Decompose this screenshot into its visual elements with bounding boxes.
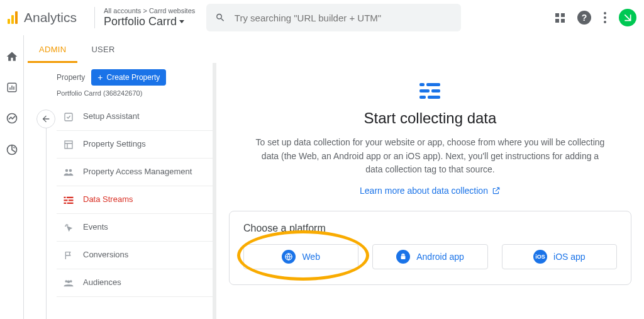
left-rail [0, 35, 24, 319]
svg-rect-14 [64, 202, 67, 203]
globe-icon [282, 250, 296, 264]
analytics-logo[interactable]: Analytics [8, 10, 77, 25]
data-hero-icon [417, 81, 443, 104]
arrow-left-icon [41, 114, 51, 124]
people-icon [63, 168, 74, 177]
external-link-icon [492, 186, 501, 195]
android-icon [396, 250, 410, 264]
check-square-icon [63, 112, 74, 122]
svg-rect-6 [65, 113, 72, 121]
svg-point-18 [67, 280, 70, 283]
property-label: Property [57, 73, 85, 82]
menu-data-streams[interactable]: Data Streams [57, 186, 213, 214]
menu-setup-assistant[interactable]: Setup Assistant [57, 103, 213, 131]
svg-rect-10 [64, 196, 66, 198]
svg-point-16 [65, 280, 67, 283]
plus-icon: + [97, 73, 103, 82]
cursor-click-icon [63, 223, 74, 233]
reports-icon[interactable] [6, 82, 18, 96]
property-name: Portfolio Carrd (368242670) [57, 89, 213, 97]
svg-point-8 [65, 169, 69, 172]
chevron-down-icon [179, 20, 184, 23]
svg-rect-3 [13, 87, 14, 90]
svg-rect-20 [426, 83, 440, 86]
menu-events[interactable]: Events [57, 214, 213, 242]
search-bar[interactable] [206, 4, 461, 31]
more-icon[interactable] [604, 12, 606, 23]
layout-icon [63, 140, 74, 150]
account-title: Portfolio Carrd [104, 15, 177, 29]
learn-more-link[interactable]: Learn more about data collection [360, 186, 501, 196]
svg-rect-15 [67, 202, 74, 203]
platform-ios-button[interactable]: iOS iOS app [502, 244, 617, 269]
svg-rect-1 [9, 87, 11, 90]
menu-property-settings[interactable]: Property Settings [57, 131, 213, 159]
svg-rect-11 [67, 196, 74, 198]
svg-rect-24 [428, 96, 440, 99]
platform-card: Choose a platform Web Android app [229, 211, 631, 285]
svg-point-26 [402, 255, 402, 255]
audiences-icon [63, 279, 74, 288]
divider [94, 7, 95, 28]
svg-point-9 [69, 169, 72, 172]
analytics-logo-icon [8, 11, 18, 24]
svg-point-17 [70, 280, 72, 283]
svg-rect-19 [419, 83, 425, 86]
svg-rect-23 [419, 96, 426, 99]
tab-admin[interactable]: ADMIN [39, 35, 66, 63]
home-icon[interactable] [6, 50, 18, 65]
explore-icon[interactable] [6, 112, 18, 127]
ios-icon: iOS [533, 250, 547, 264]
svg-rect-21 [419, 89, 430, 92]
svg-rect-2 [11, 86, 13, 90]
menu-access-management[interactable]: Property Access Management [57, 159, 213, 186]
advertising-icon[interactable] [6, 143, 18, 159]
menu-audiences[interactable]: Audiences [57, 269, 213, 297]
product-name: Analytics [24, 10, 77, 25]
create-property-button[interactable]: + Create Property [91, 69, 166, 86]
help-icon[interactable]: ? [577, 11, 591, 25]
admin-tabs: ADMIN USER [24, 35, 644, 63]
platform-android-button[interactable]: Android app [372, 244, 487, 269]
page-title: Start collecting data [364, 109, 497, 127]
svg-rect-22 [431, 89, 440, 92]
tab-user[interactable]: USER [91, 35, 114, 63]
svg-rect-13 [69, 199, 74, 201]
breadcrumb: All accounts > Carrd websites [104, 7, 195, 15]
svg-point-27 [404, 255, 404, 255]
svg-rect-12 [64, 199, 68, 201]
card-title: Choose a platform [243, 223, 617, 234]
menu-conversions[interactable]: Conversions [57, 242, 213, 269]
avatar[interactable] [619, 9, 636, 26]
back-button[interactable] [36, 109, 55, 128]
account-picker[interactable]: All accounts > Carrd websites Portfolio … [104, 7, 195, 29]
flag-icon [63, 250, 74, 260]
apps-icon[interactable] [555, 13, 565, 23]
platform-web-button[interactable]: Web [243, 244, 358, 269]
page-description: To set up data collection for your websi… [254, 136, 606, 177]
data-streams-icon [63, 196, 74, 204]
svg-rect-7 [65, 141, 72, 148]
search-icon [215, 12, 226, 23]
search-input[interactable] [235, 13, 452, 23]
